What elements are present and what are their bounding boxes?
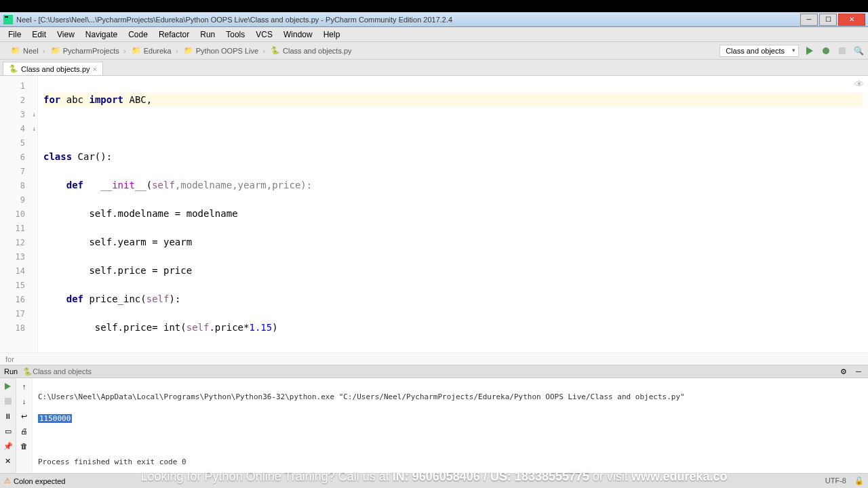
hide-icon[interactable]: ─ — [853, 366, 864, 377]
override-icon[interactable]: ↓ — [32, 110, 36, 118]
run-config-selector[interactable]: Class and objects — [719, 45, 799, 57]
code-editor[interactable]: 👁 1 2 3↓ 4↓ 5 6 7 8 9 10 11 12 13 14 15 … — [0, 76, 868, 352]
close-icon[interactable]: ✕ — [3, 455, 14, 466]
folder-icon: 📁 — [51, 46, 60, 56]
stop-icon[interactable] — [3, 396, 14, 407]
pause-icon[interactable]: ⏸ — [3, 411, 14, 422]
override-icon[interactable]: ↓ — [32, 125, 36, 132]
lock-icon[interactable]: 🔓 — [854, 476, 864, 485]
up-stack-icon[interactable]: ↑ — [19, 381, 30, 392]
search-icon[interactable]: 🔍 — [853, 45, 864, 56]
svg-rect-6 — [5, 398, 12, 405]
svg-rect-1 — [5, 16, 8, 18]
close-icon[interactable]: × — [93, 65, 97, 73]
menu-view[interactable]: View — [52, 28, 80, 41]
svg-marker-5 — [5, 383, 11, 390]
python-file-icon: 🐍 — [9, 64, 18, 73]
rerun-icon[interactable] — [3, 381, 14, 392]
console-output[interactable]: C:\Users\Neel\AppData\Local\Programs\Pyt… — [33, 378, 868, 473]
close-button[interactable]: ✕ — [838, 14, 865, 26]
run-icon[interactable] — [804, 45, 815, 56]
menu-help[interactable]: Help — [318, 28, 346, 41]
clear-icon[interactable]: 🗑 — [19, 441, 30, 451]
pycharm-icon — [3, 14, 14, 25]
folder-icon: 📁 — [184, 46, 193, 56]
folder-icon: 📁 — [11, 46, 20, 56]
run-tool-window-header: Run 🐍 Class and objects ⚙ ─ — [0, 365, 868, 378]
editor-breadcrumb: for — [0, 352, 868, 365]
window-title: Neel - [C:\Users\Neel\...\PycharmProject… — [16, 16, 800, 24]
svg-rect-4 — [839, 47, 846, 54]
run-tool-window: ⏸ ▭ 📌 ✕ ↑ ↓ ↩ 🖨 🗑 C:\Users\Neel\AppData\… — [0, 378, 868, 473]
folder-icon: 📁 — [132, 46, 141, 56]
stop-icon[interactable] — [837, 45, 848, 56]
gear-icon[interactable]: ⚙ — [838, 366, 849, 377]
warning-icon: ⚠ — [4, 476, 11, 485]
menu-run[interactable]: Run — [195, 28, 220, 41]
inspection-eye-icon[interactable]: 👁 — [854, 79, 864, 89]
tab-label: Class and objects.py — [21, 65, 90, 73]
console-line: C:\Users\Neel\AppData\Local\Programs\Pyt… — [38, 392, 863, 403]
menu-edit[interactable]: Edit — [26, 28, 52, 41]
run-title: Run — [4, 367, 18, 375]
menu-navigate[interactable]: Navigate — [80, 28, 123, 41]
breadcrumb-item[interactable]: 📁Python OOPS Live — [177, 45, 264, 57]
status-message: Colon expected — [14, 477, 65, 485]
line-gutter: 1 2 3↓ 4↓ 5 6 7 8 9 10 11 12 13 14 15 16… — [0, 76, 38, 352]
breadcrumb-item[interactable]: 📁Neel — [4, 45, 44, 57]
status-encoding[interactable]: UTF-8 — [825, 476, 846, 485]
breadcrumb-item[interactable]: 📁PycharmProjects — [44, 45, 125, 57]
breadcrumb-item[interactable]: 📁Edureka — [125, 45, 177, 57]
code-content[interactable]: for abc import ABC, class Car(): def __i… — [38, 76, 868, 352]
breadcrumb-item[interactable]: 🐍Class and objects.py — [264, 45, 357, 57]
soft-wrap-icon[interactable]: ↩ — [19, 411, 30, 422]
restore-layout-icon[interactable]: ▭ — [3, 426, 14, 436]
console-line: 1150000 — [38, 413, 863, 424]
editor-tabs: 🐍 Class and objects.py × — [0, 60, 868, 76]
menu-window[interactable]: Window — [278, 28, 318, 41]
status-bar: ⚠ Colon expected UTF-8 🔓 — [0, 473, 868, 488]
console-line: Process finished with exit code 0 — [38, 457, 863, 468]
navigation-bar: 📁Neel 📁PycharmProjects 📁Edureka 📁Python … — [0, 42, 868, 60]
run-main-toolbar: ⏸ ▭ 📌 ✕ — [0, 378, 16, 473]
run-config-icon: 🐍 — [23, 367, 33, 376]
menu-tools[interactable]: Tools — [220, 28, 250, 41]
tab-class-and-objects[interactable]: 🐍 Class and objects.py × — [3, 62, 103, 75]
breadcrumb: 📁Neel 📁PycharmProjects 📁Edureka 📁Python … — [4, 45, 719, 57]
down-stack-icon[interactable]: ↓ — [19, 396, 30, 407]
menu-code[interactable]: Code — [123, 28, 153, 41]
run-config-name: Class and objects — [33, 367, 92, 375]
menu-vcs[interactable]: VCS — [250, 28, 278, 41]
console-line — [38, 435, 863, 446]
print-icon[interactable]: 🖨 — [19, 426, 30, 436]
menu-refactor[interactable]: Refactor — [153, 28, 195, 41]
run-side-toolbar: ↑ ↓ ↩ 🖨 🗑 — [16, 378, 33, 473]
pin-icon[interactable]: 📌 — [3, 441, 14, 451]
svg-marker-2 — [806, 47, 813, 55]
main-menu: File Edit View Navigate Code Refactor Ru… — [0, 27, 868, 42]
maximize-button[interactable]: ☐ — [819, 14, 837, 26]
svg-point-3 — [823, 47, 829, 54]
menu-file[interactable]: File — [3, 28, 26, 41]
window-titlebar: Neel - [C:\Users\Neel\...\PycharmProject… — [0, 12, 868, 27]
python-file-icon: 🐍 — [271, 46, 280, 56]
minimize-button[interactable]: ─ — [800, 14, 818, 26]
debug-icon[interactable] — [821, 45, 831, 56]
